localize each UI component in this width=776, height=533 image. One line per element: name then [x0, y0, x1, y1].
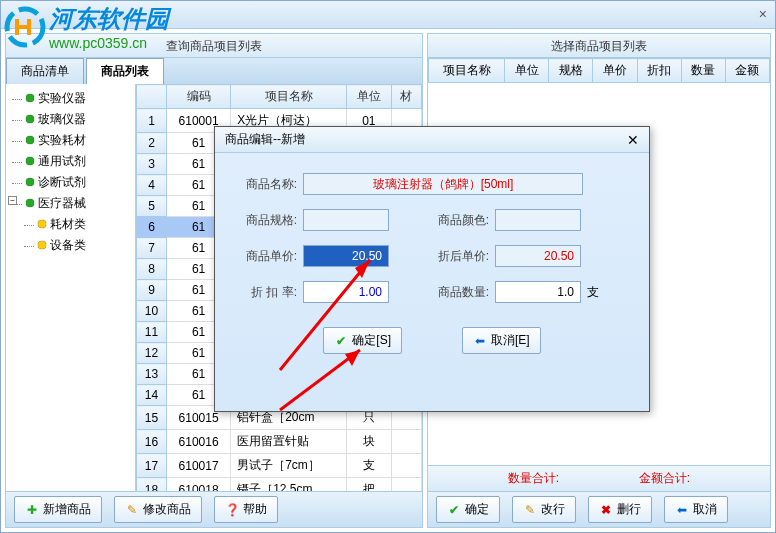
input-price[interactable] — [303, 245, 389, 267]
tree-node[interactable]: 玻璃仪器 — [10, 109, 131, 130]
exit-icon: ⬅ — [675, 503, 689, 517]
cancel-button[interactable]: ⬅取消 — [664, 496, 728, 523]
qty-unit: 支 — [587, 284, 599, 301]
grid-header-unit[interactable]: 单位 — [346, 85, 391, 109]
dialog-cancel-button[interactable]: ⬅取消[E] — [462, 327, 541, 354]
col-amount[interactable]: 金额 — [725, 59, 769, 83]
input-color[interactable] — [495, 209, 581, 231]
tab-product-list[interactable]: 商品清单 — [6, 58, 84, 84]
tree-node[interactable]: 诊断试剂 — [10, 172, 131, 193]
right-panel-header: 选择商品项目列表 — [428, 34, 770, 58]
col-unit[interactable]: 单位 — [505, 59, 549, 83]
qty-total-label: 数量合计: — [508, 470, 559, 487]
input-qty[interactable] — [495, 281, 581, 303]
label-qty: 商品数量: — [431, 284, 489, 301]
tree-node[interactable]: 实验仪器 — [10, 88, 131, 109]
bullet-icon — [26, 136, 34, 144]
bullet-icon — [26, 94, 34, 102]
label-price: 商品单价: — [239, 248, 297, 265]
help-icon: ❓ — [225, 503, 239, 517]
check-icon: ✔ — [447, 503, 461, 517]
right-button-bar: ✔确定 ✎改行 ✖删行 ⬅取消 — [428, 491, 770, 527]
x-icon: ✖ — [599, 503, 613, 517]
tree-node[interactable]: 耗材类 — [22, 214, 131, 235]
edit-product-button[interactable]: ✎修改商品 — [114, 496, 202, 523]
col-spec[interactable]: 规格 — [549, 59, 593, 83]
product-edit-dialog: 商品编辑--新增 ✕ 商品名称: 商品规格: 商品颜色: 商品单价: 折后单价:… — [214, 126, 650, 412]
summary-bar: 数量合计: 金额合计: — [428, 465, 770, 491]
amount-total-label: 金额合计: — [639, 470, 690, 487]
col-discount[interactable]: 折扣 — [637, 59, 681, 83]
input-discount-price[interactable] — [495, 245, 581, 267]
bullet-icon — [26, 157, 34, 165]
label-discount-rate: 折 扣 率: — [239, 284, 297, 301]
tab-strip: 商品清单 商品列表 — [6, 58, 422, 84]
input-product-name[interactable] — [303, 173, 583, 195]
add-product-button[interactable]: ✚新增商品 — [14, 496, 102, 523]
ok-button[interactable]: ✔确定 — [436, 496, 500, 523]
tree-node[interactable]: 通用试剂 — [10, 151, 131, 172]
exit-icon: ⬅ — [473, 334, 487, 348]
grid-header-rownum — [137, 85, 167, 109]
pencil-icon: ✎ — [125, 503, 139, 517]
grid-header-name[interactable]: 项目名称 — [231, 85, 347, 109]
label-spec: 商品规格: — [239, 212, 297, 229]
bullet-icon — [26, 115, 34, 123]
col-qty[interactable]: 数量 — [681, 59, 725, 83]
pencil-icon: ✎ — [523, 503, 537, 517]
tree-node[interactable]: 设备类 — [22, 235, 131, 256]
input-spec[interactable] — [303, 209, 389, 231]
category-tree[interactable]: 实验仪器 玻璃仪器 实验耗材 通用试剂 诊断试剂 −医疗器械 耗材类 设备类 — [6, 84, 136, 491]
modify-row-button[interactable]: ✎改行 — [512, 496, 576, 523]
bullet-icon — [38, 220, 46, 228]
check-icon: ✔ — [334, 334, 348, 348]
dialog-close-icon[interactable]: ✕ — [627, 132, 639, 148]
tree-node[interactable]: 实验耗材 — [10, 130, 131, 151]
dialog-ok-button[interactable]: ✔确定[S] — [323, 327, 402, 354]
bullet-icon — [26, 178, 34, 186]
watermark-title: 河东软件园 — [49, 3, 169, 35]
dialog-title-bar[interactable]: 商品编辑--新增 ✕ — [215, 127, 649, 153]
left-button-bar: ✚新增商品 ✎修改商品 ❓帮助 — [6, 491, 422, 527]
label-product-name: 商品名称: — [239, 176, 297, 193]
input-discount-rate[interactable] — [303, 281, 389, 303]
watermark-url: www.pc0359.cn — [49, 35, 169, 51]
table-row[interactable]: 17610017男试子［7cm］支 — [137, 454, 422, 478]
label-color: 商品颜色: — [431, 212, 489, 229]
table-row[interactable]: 16610016医用留置针贴块 — [137, 430, 422, 454]
bullet-icon — [26, 199, 34, 207]
col-price[interactable]: 单价 — [593, 59, 637, 83]
window-close-icon[interactable]: × — [759, 6, 767, 22]
plus-icon: ✚ — [25, 503, 39, 517]
grid-header-ext[interactable]: 材 — [391, 85, 421, 109]
bullet-icon — [38, 241, 46, 249]
table-row[interactable]: 18610018镊子［12.5cm把 — [137, 478, 422, 492]
grid-header-code[interactable]: 编码 — [167, 85, 231, 109]
collapse-icon[interactable]: − — [8, 196, 17, 205]
col-name[interactable]: 项目名称 — [429, 59, 505, 83]
help-button[interactable]: ❓帮助 — [214, 496, 278, 523]
watermark: 河东软件园 www.pc0359.cn — [1, 3, 169, 51]
tab-product-items[interactable]: 商品列表 — [86, 58, 164, 84]
delete-row-button[interactable]: ✖删行 — [588, 496, 652, 523]
dialog-title-text: 商品编辑--新增 — [225, 131, 305, 148]
tree-node-expanded[interactable]: −医疗器械 — [10, 193, 131, 214]
logo-icon — [1, 3, 49, 51]
label-discount-price: 折后单价: — [431, 248, 489, 265]
